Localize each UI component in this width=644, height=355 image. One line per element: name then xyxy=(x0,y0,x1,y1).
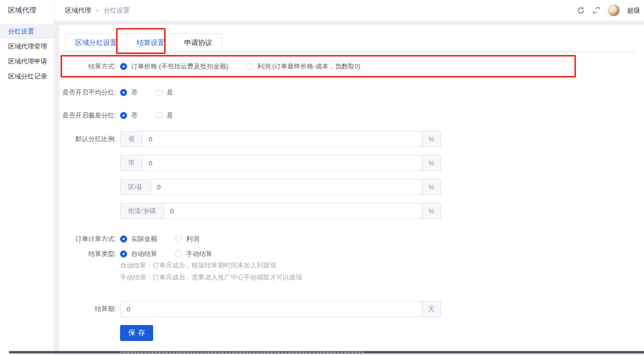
ratio-city-input[interactable] xyxy=(142,155,422,171)
sidebar: 分红设置 区域代理管理 区域代理申请 区域分红记录 xyxy=(0,20,54,355)
form-row-ratio-city: 市 % xyxy=(60,155,610,171)
ratio-province-prepend: 省 xyxy=(120,131,142,147)
radio-order-price[interactable]: 订单价格:(不包括运费及抵扣金额) xyxy=(120,62,228,71)
ratio-street-input[interactable] xyxy=(164,203,422,219)
default-ratio-label: 默认分红比例: xyxy=(60,134,116,144)
radio-range-no-label: 否 xyxy=(131,111,138,120)
radio-auto-settle-label: 自动结算 xyxy=(131,250,157,258)
tabs-nav: 区域分红设置 结算设置 申请协议 xyxy=(65,34,222,52)
form-row-range-dividend: 是否开启极差分红: 否 是 xyxy=(60,106,610,124)
save-button[interactable]: 保存 xyxy=(120,325,153,341)
order-calc-label: 订单计算方式: xyxy=(60,234,116,244)
radio-profit[interactable]: 利润:(订单最终价格-成本，负数取0) xyxy=(246,62,360,71)
fullscreen-icon[interactable] xyxy=(592,6,600,14)
radio-selected-icon xyxy=(120,236,127,242)
radio-unselected-icon xyxy=(175,250,182,258)
header-actions: 超级 xyxy=(576,0,640,20)
ratio-province-input-group: 省 % xyxy=(120,131,441,147)
settle-type-label: 结算类型: xyxy=(60,250,116,258)
form-row-ratio-province: 默认分红比例: 省 % xyxy=(60,131,610,147)
breadcrumb-item-parent[interactable]: 区域代理 xyxy=(65,6,91,15)
radio-order-profit[interactable]: 利润 xyxy=(175,234,199,244)
sidebar-item-dividend-records[interactable]: 区域分红记录 xyxy=(0,69,54,84)
radio-range-no[interactable]: 否 xyxy=(120,111,138,120)
form-row-average-dividend: 是否开启平均分红: 否 是 xyxy=(60,84,610,102)
radio-selected-icon xyxy=(120,250,127,258)
tab-region-dividend-settings[interactable]: 区域分红设置 xyxy=(65,34,127,52)
ratio-street-prepend: 街道/乡镇 xyxy=(120,203,164,219)
breadcrumb: 区域代理 > 分红设置 xyxy=(65,0,130,20)
radio-average-yes-label: 是 xyxy=(167,88,173,97)
radio-unselected-icon xyxy=(175,236,182,242)
tab-application-agreement[interactable]: 申请协议 xyxy=(175,34,222,52)
radio-selected-icon xyxy=(120,112,127,119)
radio-profit-label: 利润:(订单最终价格-成本，负数取0) xyxy=(257,62,360,71)
form-row-ratio-street: 街道/乡镇 % xyxy=(60,203,610,219)
form-row-settle-type: 结算类型: 自动结算 手动结算 xyxy=(60,245,610,263)
sidebar-item-dividend-settings[interactable]: 分红设置 xyxy=(0,24,54,39)
ratio-province-unit: % xyxy=(422,131,441,147)
sidebar-item-agent-management[interactable]: 区域代理管理 xyxy=(0,39,54,54)
sidebar-item-agent-application[interactable]: 区域代理申请 xyxy=(0,54,54,69)
settle-period-unit: 天 xyxy=(422,301,441,317)
header-divider xyxy=(54,0,54,20)
ratio-district-input-group: 区/县 % xyxy=(120,179,441,195)
page: 区域代理 区域代理 > 分红设置 超级 分红 xyxy=(0,0,644,355)
form-row-ratio-district: 区/县 % xyxy=(60,179,610,195)
radio-unselected-icon xyxy=(156,112,163,119)
settle-period-label: 结算期: xyxy=(60,304,116,314)
radio-average-no[interactable]: 否 xyxy=(120,88,138,97)
ratio-district-input[interactable] xyxy=(151,179,422,195)
tab-settlement-settings[interactable]: 结算设置 xyxy=(127,34,175,52)
radio-manual-settle[interactable]: 手动结算 xyxy=(175,250,212,258)
radio-average-yes[interactable]: 是 xyxy=(156,88,173,97)
radio-range-yes[interactable]: 是 xyxy=(156,111,173,120)
cropped-content-strip xyxy=(9,351,644,354)
ratio-city-input-group: 市 % xyxy=(120,155,441,171)
radio-order-profit-label: 利润 xyxy=(186,234,199,244)
range-dividend-label: 是否开启极差分红: xyxy=(60,111,116,120)
app-title: 区域代理 xyxy=(8,0,36,20)
radio-unselected-icon xyxy=(246,63,253,70)
breadcrumb-separator-icon: > xyxy=(96,7,99,14)
form-row-settle-method: 结算方式: 订单价格:(不包括运费及抵扣金额) 利润:(订单最终价格-成本，负数… xyxy=(60,58,610,76)
tabs-header: 区域分红设置 结算设置 申请协议 xyxy=(65,34,635,52)
ratio-city-prepend: 市 xyxy=(120,155,142,171)
ratio-province-input[interactable] xyxy=(142,131,422,147)
ratio-street-input-group: 街道/乡镇 % xyxy=(120,203,441,219)
auto-settle-tip: 自动结算：订单完成后，根据结算期时间来加入到提现 xyxy=(120,261,276,270)
top-header: 区域代理 区域代理 > 分红设置 超级 xyxy=(0,0,644,20)
radio-unselected-icon xyxy=(156,89,163,96)
form-row-settle-period: 结算期: 天 xyxy=(60,301,610,317)
radio-average-no-label: 否 xyxy=(131,88,138,97)
radio-selected-icon xyxy=(120,63,127,70)
radio-order-price-label: 订单价格:(不包括运费及抵扣金额) xyxy=(131,62,228,71)
ratio-street-unit: % xyxy=(422,203,441,219)
radio-actual-amount-label: 实际金额 xyxy=(131,234,157,244)
manual-settle-tip: 手动结算：订单完成后，需要进入推广中心手动领取才可以提现 xyxy=(120,273,302,282)
user-avatar[interactable] xyxy=(607,4,620,16)
breadcrumb-item-current: 分红设置 xyxy=(104,6,130,15)
settle-period-input-group: 天 xyxy=(120,301,441,317)
average-dividend-label: 是否开启平均分红: xyxy=(60,88,116,97)
settle-method-label: 结算方式: xyxy=(60,62,116,71)
settle-period-input[interactable] xyxy=(120,301,422,317)
radio-auto-settle[interactable]: 自动结算 xyxy=(120,250,157,258)
radio-selected-icon xyxy=(120,89,127,96)
user-name[interactable]: 超级 xyxy=(627,6,640,15)
radio-range-yes-label: 是 xyxy=(167,111,173,120)
ratio-district-prepend: 区/县 xyxy=(120,179,151,195)
radio-actual-amount[interactable]: 实际金额 xyxy=(120,234,157,244)
cropped-text-marks xyxy=(120,352,365,353)
radio-manual-settle-label: 手动结算 xyxy=(186,250,212,258)
ratio-city-unit: % xyxy=(422,155,441,171)
ratio-district-unit: % xyxy=(422,179,441,195)
refresh-icon[interactable] xyxy=(576,6,585,14)
